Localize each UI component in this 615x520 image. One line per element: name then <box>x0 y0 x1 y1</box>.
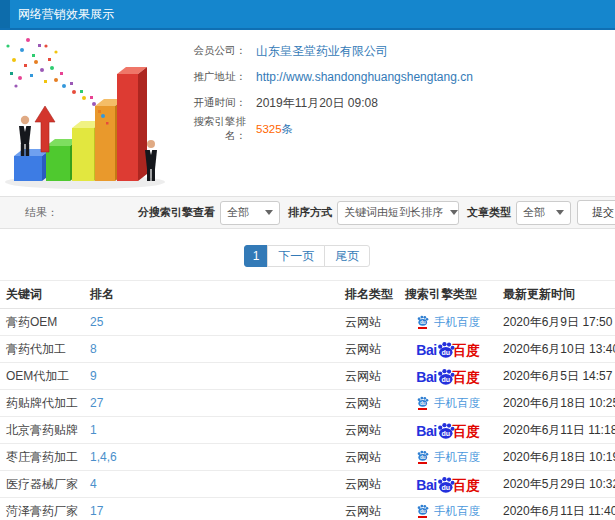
rank-count-value: 5325 <box>256 123 282 135</box>
rank-count-row: 搜索引擎排名： 5325条 <box>180 116 610 142</box>
marketing-effect-panel: 网络营销效果展示 <box>0 0 615 520</box>
baidu-red-underline <box>418 516 427 518</box>
company-link[interactable]: 山东皇圣堂药业有限公司 <box>256 43 388 60</box>
panel-header: 网络营销效果展示 <box>0 0 615 30</box>
engine-select-value: 全部 <box>227 205 258 220</box>
col-keyword: 关键词 <box>0 281 84 309</box>
open-time-label: 开通时间： <box>180 96 246 110</box>
next-page-button[interactable]: 下一页 <box>267 245 325 267</box>
engine-cell: Bai du 百度 <box>405 368 491 384</box>
account-info-section: 会员公司： 山东皇圣堂药业有限公司 推广地址： http://www.shand… <box>0 30 615 196</box>
article-type-select[interactable]: 全部 <box>516 201 571 225</box>
engine-cell: Bai du 百度 <box>405 422 491 438</box>
engine-cell: Bai du 百度 <box>405 476 491 492</box>
results-table: 关键词 排名 排名类型 搜索引擎类型 最新更新时间 膏药OEM 25 云网站 <box>0 280 615 520</box>
rank-type-cell: 云网站 <box>339 417 399 444</box>
page-1-button[interactable]: 1 <box>244 245 269 267</box>
engine-select[interactable]: 全部 <box>220 201 280 225</box>
engine-cell: du 手机百度 <box>405 450 491 465</box>
rank-link[interactable]: 1,4,6 <box>90 450 117 464</box>
engine-cell: du 手机百度 <box>405 315 491 330</box>
table-row: OEM代加工 9 云网站 Bai du 百度 2020年6月5日 14:57 <box>0 363 615 390</box>
rank-link[interactable]: 25 <box>90 315 103 329</box>
baidu-logo-icon: Bai du 百度 <box>416 476 479 492</box>
promo-url-label: 推广地址： <box>180 70 246 84</box>
rank-link[interactable]: 17 <box>90 504 103 518</box>
keyword-cell: 北京膏药贴牌 <box>0 417 84 444</box>
col-engine-type: 搜索引擎类型 <box>399 281 497 309</box>
promo-url-row: 推广地址： http://www.shandonghuangshengtang.… <box>180 64 610 90</box>
col-rank-type: 排名类型 <box>339 281 399 309</box>
rank-type-cell: 云网站 <box>339 309 399 336</box>
account-info-list: 会员公司： 山东皇圣堂药业有限公司 推广地址： http://www.shand… <box>180 38 610 142</box>
rank-type-cell: 云网站 <box>339 390 399 417</box>
last-page-button[interactable]: 尾页 <box>324 245 370 267</box>
rank-type-cell: 云网站 <box>339 498 399 520</box>
article-type-label: 文章类型 <box>467 205 511 220</box>
engine-filter-label: 分搜索引擎查看 <box>138 205 215 220</box>
col-rank: 排名 <box>84 281 339 309</box>
table-row: 枣庄膏药加工 1,4,6 云网站 du <box>0 444 615 471</box>
rank-type-cell: 云网站 <box>339 336 399 363</box>
table-row: 药贴牌代加工 27 云网站 du <box>0 390 615 417</box>
rank-type-cell: 云网站 <box>339 444 399 471</box>
table-row: 北京膏药贴牌 1 云网站 Bai du 百度 2020年6月11日 11:18 <box>0 417 615 444</box>
table-header-row: 关键词 排名 排名类型 搜索引擎类型 最新更新时间 <box>0 281 615 309</box>
mobile-baidu-icon: du 手机百度 <box>416 396 480 411</box>
sort-select[interactable]: 关键词由短到长排序 <box>337 201 459 225</box>
updated-time-cell: 2020年6月18日 10:25 <box>497 390 615 417</box>
mobile-baidu-icon: du 手机百度 <box>416 504 480 519</box>
submit-button[interactable]: 提交 <box>577 200 615 225</box>
keyword-cell: 菏泽膏药厂家 <box>0 498 84 520</box>
rank-count-unit: 条 <box>282 123 294 135</box>
table-row: 膏药OEM 25 云网站 du <box>0 309 615 336</box>
svg-text:du: du <box>441 430 450 438</box>
rank-link[interactable]: 8 <box>90 342 97 356</box>
svg-text:du: du <box>420 509 426 514</box>
rank-link[interactable]: 9 <box>90 369 97 383</box>
rank-link[interactable]: 1 <box>90 423 97 437</box>
svg-text:du: du <box>441 484 450 492</box>
keyword-cell: 枣庄膏药加工 <box>0 444 84 471</box>
table-row: 医疗器械厂家 4 云网站 Bai du 百度 2020年5月29日 10:32 <box>0 471 615 498</box>
page-title: 网络营销效果展示 <box>18 6 114 23</box>
baidu-red-underline <box>418 462 427 464</box>
updated-time-cell: 2020年6月11日 11:18 <box>497 417 615 444</box>
baidu-logo-icon: Bai du 百度 <box>416 341 479 357</box>
keyword-cell: 医疗器械厂家 <box>0 471 84 498</box>
col-updated: 最新更新时间 <box>497 281 615 309</box>
open-time-row: 开通时间： 2019年11月20日 09:08 <box>180 90 610 116</box>
engine-cell: du 手机百度 <box>405 396 491 411</box>
svg-text:du: du <box>420 320 426 325</box>
company-row: 会员公司： 山东皇圣堂药业有限公司 <box>180 38 610 64</box>
table-row: 膏药代加工 8 云网站 Bai du 百度 2020年6月10日 13:40 <box>0 336 615 363</box>
rank-type-cell: 云网站 <box>339 363 399 390</box>
engine-cell: du 手机百度 <box>405 504 491 519</box>
chevron-down-icon <box>265 210 273 215</box>
updated-time-cell: 2020年6月11日 11:40 <box>497 498 615 520</box>
svg-text:du: du <box>441 349 450 357</box>
keyword-cell: 膏药OEM <box>0 309 84 336</box>
article-type-select-value: 全部 <box>523 205 549 220</box>
svg-text:du: du <box>420 455 426 460</box>
header-accent <box>0 0 10 28</box>
updated-time-cell: 2020年6月9日 17:50 <box>497 309 615 336</box>
baidu-logo-icon: Bai du 百度 <box>416 368 479 384</box>
engine-cell: Bai du 百度 <box>405 341 491 357</box>
chevron-down-icon <box>556 210 564 215</box>
filter-controls: 分搜索引擎查看 全部 排序方式 关键词由短到长排序 文章类型 全部 提交 <box>130 200 615 225</box>
results-table-body: 膏药OEM 25 云网站 du <box>0 309 615 520</box>
promo-url-link[interactable]: http://www.shandonghuangshengtang.cn <box>256 70 473 84</box>
result-label: 结果： <box>25 205 58 220</box>
baidu-logo-icon: Bai du 百度 <box>416 422 479 438</box>
svg-text:du: du <box>420 401 426 406</box>
mobile-baidu-icon: du 手机百度 <box>416 315 480 330</box>
keyword-cell: 药贴牌代加工 <box>0 390 84 417</box>
growth-chart-illustration <box>0 34 190 192</box>
rank-link[interactable]: 27 <box>90 396 103 410</box>
pagination: 1 下一页 尾页 <box>0 229 615 280</box>
rank-link[interactable]: 4 <box>90 477 97 491</box>
sort-select-value: 关键词由短到长排序 <box>344 205 443 220</box>
mobile-baidu-icon: du 手机百度 <box>416 450 480 465</box>
updated-time-cell: 2020年6月18日 10:19 <box>497 444 615 471</box>
